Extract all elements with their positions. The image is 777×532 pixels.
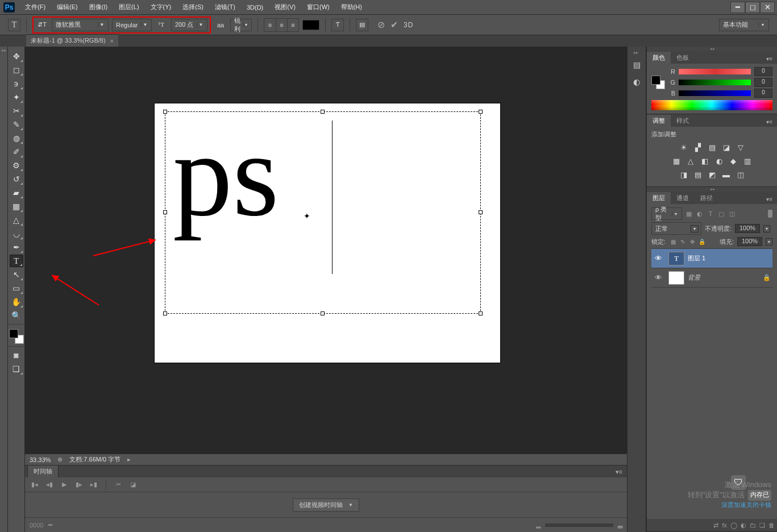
text-bounding-box[interactable] [165,111,481,314]
r-value[interactable]: 0 [754,67,772,76]
fgbg-swatch[interactable] [651,76,665,89]
convert-frames-icon[interactable]: ➦ [48,521,53,529]
lasso-tool-icon[interactable]: ϶ [10,77,23,90]
zoom-out-icon[interactable]: ▂ [536,521,541,529]
new-layer-icon[interactable]: ❏ [759,522,765,529]
blur-tool-icon[interactable]: △ [10,214,23,226]
crop-tool-icon[interactable]: ✂ [10,105,23,117]
curves-icon[interactable]: ▨ [707,142,717,152]
goto-first-icon[interactable]: ▮◂ [30,480,40,490]
visibility-icon[interactable]: 👁 [651,273,665,282]
maximize-button[interactable]: ◻ [745,2,760,13]
menu-3d[interactable]: 3D(D) [241,2,269,13]
foreground-background-colors[interactable] [9,329,24,344]
menu-edit[interactable]: 编辑(E) [51,1,84,14]
fill-value[interactable]: 100% [737,237,762,246]
status-expand-icon[interactable]: ⊕ [57,456,63,463]
minimize-button[interactable]: ━ [730,2,745,13]
lookup-icon[interactable]: ▥ [742,156,753,166]
adjustments-menu-icon[interactable]: ▾≡ [762,117,777,127]
filter-shape-icon[interactable]: ▢ [717,210,726,218]
photo-filter-icon[interactable]: ◐ [714,156,724,166]
3d-icon[interactable]: 3D [404,21,413,29]
gradient-tool-icon[interactable]: ▦ [10,200,23,213]
layers-tab[interactable]: 图层 [647,192,671,204]
filter-pixel-icon[interactable]: ▦ [684,210,693,218]
eyedropper-tool-icon[interactable]: ✎ [10,118,23,131]
document-info[interactable]: 文档:7.66M/0 字节 [69,455,121,464]
b-slider[interactable] [679,90,751,96]
exposure-icon[interactable]: ◪ [721,142,732,152]
menu-layer[interactable]: 图层(L) [113,1,144,14]
hand-tool-icon[interactable]: ✋ [10,296,23,308]
menu-window[interactable]: 窗口(W) [301,1,335,14]
document-tab[interactable]: 未标题-1 @ 33.3%(RGB/8) × [26,34,118,47]
font-family-dropdown[interactable]: 微软雅黑▼ [52,19,109,31]
text-color-swatch[interactable] [302,20,319,30]
font-size-dropdown[interactable]: 200 点▼ [171,19,207,31]
panel-collapse-handle[interactable]: ◂◂ [647,47,777,51]
cut-icon[interactable]: ✂ [113,480,123,490]
adjustment-layer-icon[interactable]: ◐ [741,522,746,529]
screen-mode-icon[interactable]: ❏ [10,363,23,375]
menu-type[interactable]: 文字(Y) [145,1,177,14]
zoom-tool-icon[interactable]: 🔍 [10,309,23,322]
brightness-icon[interactable]: ☀ [679,142,689,152]
invert-icon[interactable]: ◨ [679,169,689,180]
healing-tool-icon[interactable]: ◍ [10,132,23,144]
color-panel-menu-icon[interactable]: ▾≡ [762,54,777,64]
blend-mode-dropdown[interactable]: 正常▾ [651,222,701,235]
font-style-dropdown[interactable]: Regular▼ [112,19,152,31]
menu-select[interactable]: 选择(S) [177,1,209,14]
filter-toggle-icon[interactable] [768,210,772,218]
handle-nw[interactable] [163,110,167,114]
handle-w[interactable] [163,210,167,214]
adjustments-tab[interactable]: 调整 [647,115,671,127]
dock-collapse-icon[interactable]: ▸▸ [634,50,639,55]
timeline-tab[interactable]: 时间轴 [27,465,59,477]
menu-image[interactable]: 图像(I) [84,1,113,14]
menu-file[interactable]: 文件(F) [19,1,51,14]
hue-icon[interactable]: ▦ [671,156,682,166]
status-caret-icon[interactable]: ▸ [127,456,131,463]
b-value[interactable]: 0 [754,89,772,98]
opacity-caret[interactable]: ▾ [763,225,770,232]
character-panel-icon[interactable]: ▤ [356,19,368,31]
close-button[interactable]: ✕ [760,2,775,13]
handle-n[interactable] [321,110,325,114]
path-select-tool-icon[interactable]: ↖ [10,268,23,281]
fill-caret[interactable]: ▾ [766,238,772,246]
delete-layer-icon[interactable]: 🗑 [768,522,775,529]
filter-smart-icon[interactable]: ◫ [728,210,737,218]
color-tab[interactable]: 颜色 [647,52,671,64]
dodge-tool-icon[interactable]: ◡ [10,227,23,240]
g-slider[interactable] [679,80,751,85]
anti-alias-dropdown[interactable]: 锐利▾ [230,19,252,31]
channels-tab[interactable]: 通道 [671,192,695,204]
text-orientation-icon[interactable]: ⇵T [36,19,48,31]
panel-collapse-handle[interactable]: ◂◂ [647,187,777,192]
align-center-icon[interactable]: ≡ [276,19,287,31]
handle-e[interactable] [479,210,483,214]
close-tab-icon[interactable]: × [110,38,114,44]
menu-filter[interactable]: 滤镜(T) [209,1,241,14]
menu-help[interactable]: 帮助(H) [335,1,368,14]
align-left-icon[interactable]: ≡ [264,19,276,31]
visibility-icon[interactable]: 👁 [651,254,665,263]
zoom-level[interactable]: 33.33% [30,456,51,463]
paths-tab[interactable]: 路径 [695,192,718,204]
properties-panel-icon[interactable]: ◐ [629,74,644,89]
cancel-icon[interactable]: ⊘ [377,19,385,30]
history-panel-icon[interactable]: ▤ [629,57,644,72]
toolbox-collapse-handle[interactable]: ▸▸ [0,47,8,532]
bw-icon[interactable]: ◧ [700,156,710,166]
selective-color-icon[interactable]: ◫ [736,169,746,180]
layer-background[interactable]: 👁 背景 🔒 [651,268,772,288]
brush-tool-icon[interactable]: ✐ [10,146,23,158]
eraser-tool-icon[interactable]: ▰ [10,186,23,199]
lock-all-icon[interactable]: 🔒 [698,239,706,245]
workspace-switcher[interactable]: 基本功能▾ [719,19,769,31]
layer-name[interactable]: 图层 1 [688,254,772,263]
channel-mixer-icon[interactable]: ◆ [728,156,738,166]
next-frame-icon[interactable]: ▮▸ [74,480,84,490]
